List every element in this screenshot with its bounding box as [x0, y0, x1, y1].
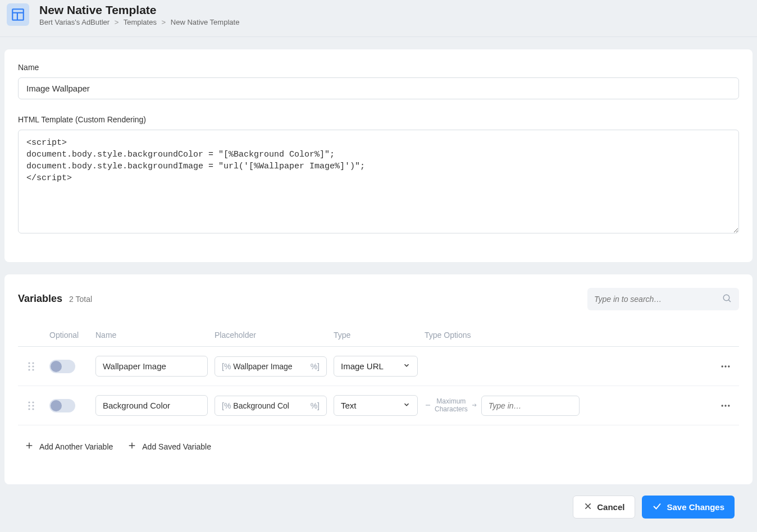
variables-panel: Variables 2 Total Optional Name Placehol…: [4, 274, 753, 484]
breadcrumb-item[interactable]: Bert Varias's AdButler: [39, 18, 110, 26]
add-another-variable-button[interactable]: Add Another Variable: [25, 441, 113, 452]
search-icon: [722, 293, 732, 305]
footer-actions: Cancel Save Changes: [0, 484, 757, 530]
name-input[interactable]: [18, 77, 739, 99]
template-icon: [7, 3, 29, 26]
variable-type-select[interactable]: Text: [334, 395, 418, 416]
svg-line-5: [728, 300, 731, 302]
page-header: New Native Template Bert Varias's AdButl…: [0, 0, 757, 37]
variables-table-header: Optional Name Placeholder Type Type Opti…: [18, 319, 739, 347]
chevron-down-icon: [403, 401, 411, 410]
optional-toggle[interactable]: [49, 360, 75, 373]
variables-search-input[interactable]: [594, 295, 722, 304]
svg-rect-1: [13, 10, 22, 12]
name-label: Name: [18, 63, 739, 72]
svg-point-25: [728, 405, 729, 406]
svg-point-16: [32, 401, 34, 403]
row-menu-button[interactable]: [714, 361, 737, 372]
variable-placeholder[interactable]: [% Wallpaper Image %]: [215, 356, 327, 377]
svg-point-23: [722, 405, 723, 406]
svg-point-19: [28, 408, 30, 410]
svg-point-17: [28, 405, 30, 406]
svg-point-12: [722, 365, 723, 367]
check-icon: [652, 501, 662, 513]
svg-point-14: [728, 365, 729, 367]
variable-name-input[interactable]: [95, 395, 208, 416]
svg-point-7: [32, 362, 34, 364]
svg-point-13: [724, 365, 726, 367]
variables-count: 2 Total: [69, 295, 92, 304]
svg-rect-3: [18, 13, 23, 20]
col-type: Type: [334, 331, 418, 340]
variable-row: [% Wallpaper Image %] Image URL: [18, 347, 739, 386]
col-optional: Optional: [49, 331, 89, 340]
breadcrumb: Bert Varias's AdButler > Templates > New…: [39, 18, 239, 26]
svg-point-8: [28, 365, 30, 367]
minus-icon: [425, 401, 431, 410]
drag-handle-icon[interactable]: [20, 401, 43, 411]
col-type-options: Type Options: [425, 331, 708, 340]
variables-search[interactable]: [587, 288, 739, 310]
svg-point-15: [28, 401, 30, 403]
html-template-textarea[interactable]: [18, 130, 739, 233]
svg-point-18: [32, 405, 34, 406]
svg-point-10: [28, 369, 30, 370]
svg-point-11: [32, 369, 34, 370]
arrow-right-icon: [471, 401, 478, 410]
save-changes-button[interactable]: Save Changes: [642, 496, 735, 519]
plus-icon: [25, 441, 34, 452]
variables-title: Variables: [18, 293, 62, 305]
template-panel: Name HTML Template (Custom Rendering): [4, 49, 753, 262]
row-menu-button[interactable]: [714, 400, 737, 411]
page-title: New Native Template: [39, 3, 239, 17]
cancel-button[interactable]: Cancel: [573, 496, 635, 519]
variable-placeholder[interactable]: [% Background Col %]: [215, 396, 327, 416]
svg-point-20: [32, 408, 34, 410]
svg-point-4: [723, 295, 729, 301]
html-template-label: HTML Template (Custom Rendering): [18, 115, 739, 124]
optional-toggle[interactable]: [49, 399, 75, 412]
svg-rect-2: [13, 13, 16, 20]
max-characters-label: Maximum Characters: [435, 398, 468, 412]
svg-point-24: [724, 405, 726, 406]
add-saved-variable-button[interactable]: Add Saved Variable: [127, 441, 211, 452]
drag-handle-icon[interactable]: [20, 361, 43, 372]
close-icon: [583, 502, 592, 512]
col-name: Name: [95, 331, 208, 340]
col-placeholder: Placeholder: [215, 331, 327, 340]
variable-type-select[interactable]: Image URL: [334, 356, 418, 377]
breadcrumb-item: New Native Template: [171, 18, 240, 26]
svg-point-6: [28, 362, 30, 364]
chevron-down-icon: [403, 361, 411, 371]
plus-icon: [127, 441, 136, 452]
breadcrumb-item[interactable]: Templates: [124, 18, 157, 26]
variable-row: [% Background Col %] Text Maximum Charac…: [18, 386, 739, 425]
max-characters-input[interactable]: [481, 396, 580, 416]
svg-point-9: [32, 365, 34, 367]
variable-name-input[interactable]: [95, 356, 208, 377]
